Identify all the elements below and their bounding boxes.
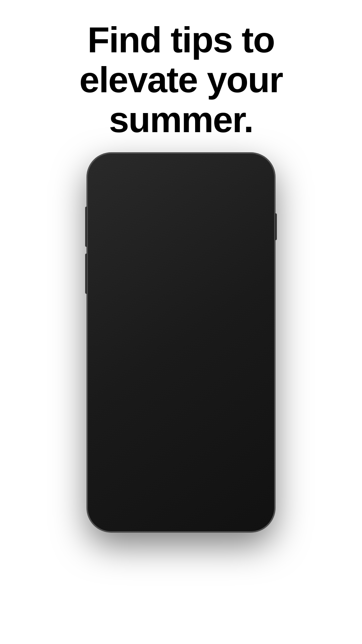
music-disc: ♪ bbox=[246, 470, 263, 487]
nav-notification-dot bbox=[185, 172, 189, 175]
plus-button-inner: + bbox=[172, 502, 190, 516]
search-button[interactable] bbox=[251, 172, 261, 183]
comment-count: 3456 bbox=[245, 432, 257, 438]
nav-home-label: Home bbox=[108, 513, 119, 518]
nav-tabs: Following | For You bbox=[155, 173, 228, 182]
music-note-icon: ♪ bbox=[253, 475, 256, 483]
home-icon bbox=[109, 500, 118, 512]
svg-point-6 bbox=[253, 420, 255, 422]
right-sidebar: + 1256 bbox=[239, 309, 263, 472]
friends-icon: 6 bbox=[142, 500, 153, 512]
follow-button[interactable]: + bbox=[247, 327, 256, 337]
bottom-nav: Home 6 Friends bbox=[93, 496, 269, 526]
top-bar: LIVE Following | For You bbox=[93, 159, 269, 189]
caption-text: grill hacks bbox=[158, 445, 204, 455]
svg-line-2 bbox=[258, 178, 260, 180]
friends-notification-badge: 6 bbox=[148, 498, 155, 505]
comment-action[interactable]: 3456 bbox=[242, 412, 261, 438]
like-action[interactable]: 25.3K bbox=[242, 378, 261, 404]
sound-text: original sound - grillnation bbox=[106, 486, 171, 492]
plus-icon: + bbox=[179, 504, 183, 514]
bookmark-count: 1256 bbox=[245, 364, 257, 370]
bookmark-icon bbox=[242, 343, 261, 362]
headline: Find tips to elevate your summer. bbox=[0, 0, 362, 153]
live-button[interactable]: LIVE bbox=[101, 172, 132, 183]
nav-create[interactable]: + bbox=[164, 501, 198, 517]
nav-me-label: Me bbox=[246, 513, 252, 518]
tiktok-ui: LIVE Following | For You bbox=[93, 159, 269, 526]
username[interactable]: @grillnation bbox=[99, 475, 239, 483]
svg-point-9 bbox=[247, 454, 250, 457]
for-you-tab[interactable]: For You bbox=[201, 173, 229, 182]
heart-icon bbox=[242, 378, 261, 396]
sound-row[interactable]: ♫ original sound - grillnation bbox=[99, 485, 239, 492]
svg-rect-12 bbox=[211, 502, 219, 508]
nav-friends-label: Friends bbox=[140, 513, 155, 518]
nav-friends[interactable]: 6 Friends bbox=[130, 500, 164, 518]
nav-inbox-label: Inbox bbox=[209, 513, 220, 518]
live-tv-icon bbox=[105, 174, 113, 180]
live-label: LIVE bbox=[115, 174, 128, 181]
phone-mockup: LIVE Following | For You bbox=[87, 153, 275, 532]
inbox-icon bbox=[210, 500, 220, 512]
creator-avatar[interactable]: + bbox=[239, 309, 263, 333]
svg-point-4 bbox=[248, 420, 250, 422]
following-tab[interactable]: Following bbox=[155, 173, 186, 182]
me-icon bbox=[244, 500, 253, 512]
share-action[interactable]: 1256 bbox=[242, 446, 261, 472]
caption-tag: grill hacks bbox=[148, 441, 214, 459]
nav-divider: | bbox=[193, 174, 194, 181]
like-count: 25.3K bbox=[244, 398, 259, 404]
nav-home[interactable]: Home bbox=[97, 500, 130, 518]
create-button[interactable]: + bbox=[171, 501, 191, 517]
phone-screen: LIVE Following | For You bbox=[93, 159, 269, 526]
svg-point-10 bbox=[144, 501, 147, 505]
nav-me[interactable]: Me bbox=[232, 500, 265, 518]
svg-point-5 bbox=[251, 420, 252, 422]
search-icon bbox=[251, 172, 261, 181]
share-icon bbox=[242, 446, 261, 465]
music-note-small-icon: ♫ bbox=[99, 485, 103, 492]
comment-icon bbox=[242, 412, 261, 431]
headline-text: Find tips to elevate your summer. bbox=[20, 20, 342, 140]
bottom-content: @grillnation ♫ original sound - grillnat… bbox=[99, 475, 239, 492]
bookmark-action[interactable]: 1256 bbox=[242, 343, 261, 370]
nav-inbox[interactable]: Inbox bbox=[198, 500, 232, 518]
svg-point-13 bbox=[247, 502, 250, 505]
